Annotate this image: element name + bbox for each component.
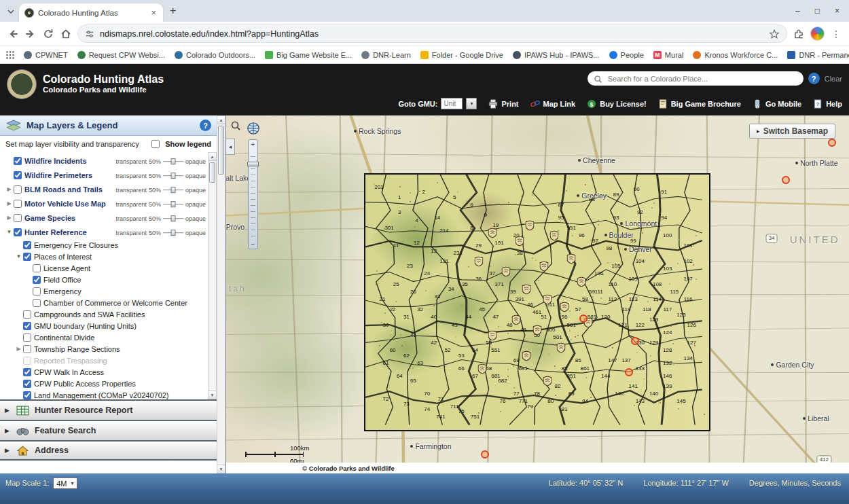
layer-checkbox[interactable] xyxy=(23,391,31,399)
expand-arrow-icon[interactable]: ▶ xyxy=(5,215,13,221)
profile-avatar[interactable] xyxy=(810,26,825,41)
map-search-icon[interactable] xyxy=(230,120,241,131)
slider-handle[interactable] xyxy=(170,173,175,179)
bookmark-star-icon[interactable] xyxy=(769,29,780,39)
layer-checkbox[interactable] xyxy=(23,322,31,330)
map-scale-select[interactable]: 4M ▾ xyxy=(53,478,77,489)
layer-checkbox[interactable] xyxy=(23,241,31,249)
bookmark-item[interactable]: Folder - Google Drive xyxy=(416,49,508,61)
minimize-icon[interactable]: – xyxy=(795,7,800,15)
header-button-print[interactable]: Print xyxy=(488,99,518,109)
scroll-up-icon[interactable]: ▲ xyxy=(209,153,216,161)
section-address[interactable]: ▶Address xyxy=(0,440,217,461)
url-text[interactable]: ndismaps.nrel.colostate.edu/index.html?a… xyxy=(100,29,763,39)
transparency-slider[interactable]: transparent50%opaque xyxy=(115,173,206,179)
slider-handle[interactable] xyxy=(170,215,175,221)
bookmark-item[interactable]: Request CPW Websi... xyxy=(73,49,170,61)
home-icon[interactable] xyxy=(60,28,72,40)
place-search-input[interactable] xyxy=(607,74,797,84)
bookmark-item[interactable]: Colorado Outdoors... xyxy=(170,49,260,61)
header-button-help[interactable]: ?Help xyxy=(813,99,842,109)
wildfire-incident-marker[interactable] xyxy=(828,139,836,147)
layer-tree-scrollbar[interactable]: ▲ ▼ xyxy=(208,152,217,399)
wildfire-incident-marker[interactable] xyxy=(481,450,489,458)
map-layers-header[interactable]: Map Layers & Legend ? xyxy=(0,115,217,136)
zoom-slider[interactable]: + − xyxy=(248,139,258,249)
show-legend-checkbox[interactable] xyxy=(151,140,160,148)
apps-grid-icon[interactable] xyxy=(5,50,15,60)
layer-checkbox[interactable] xyxy=(14,157,22,165)
slider-handle[interactable] xyxy=(170,201,175,207)
close-window-icon[interactable]: × xyxy=(835,7,839,15)
address-bar[interactable]: ndismaps.nrel.colostate.edu/index.html?a… xyxy=(77,24,787,43)
search-help-icon[interactable]: ? xyxy=(808,73,820,84)
header-button-go-mobile[interactable]: Go Mobile xyxy=(753,99,801,109)
wildfire-incident-marker[interactable] xyxy=(631,337,639,345)
layer-checkbox[interactable] xyxy=(23,334,31,342)
expand-arrow-icon[interactable]: ▶ xyxy=(15,346,22,352)
scroll-down-icon[interactable]: ▼ xyxy=(209,391,216,399)
back-icon[interactable] xyxy=(7,28,19,40)
expand-arrow-icon[interactable]: ▶ xyxy=(5,201,13,206)
header-button-map-link[interactable]: Map Link xyxy=(530,99,576,109)
wildfire-incident-marker[interactable] xyxy=(579,314,588,323)
bookmark-item[interactable]: CPWNET xyxy=(19,49,73,61)
sidebar-collapse-button[interactable]: ◂ xyxy=(226,139,235,155)
layer-checkbox[interactable] xyxy=(14,185,22,194)
browser-tab[interactable]: Colorado Hunting Atlas × xyxy=(19,3,163,22)
transparency-slider[interactable]: transparent50%opaque xyxy=(115,215,206,222)
wildfire-incident-marker[interactable] xyxy=(782,176,790,184)
forward-icon[interactable] xyxy=(24,28,37,40)
layer-checkbox[interactable] xyxy=(23,380,31,388)
slider-track[interactable] xyxy=(163,201,183,207)
slider-handle[interactable] xyxy=(170,187,175,193)
layer-checkbox[interactable] xyxy=(33,299,41,307)
transparency-slider[interactable]: transparent50%opaque xyxy=(115,201,206,208)
header-button-big-game-brochure[interactable]: Big Game Brochure xyxy=(658,99,741,109)
layer-checkbox[interactable] xyxy=(23,357,31,365)
zoom-in-icon[interactable]: + xyxy=(249,140,257,149)
collapse-arrow-icon[interactable]: ▼ xyxy=(5,230,13,235)
tab-list-chevron-icon[interactable] xyxy=(5,6,16,17)
extensions-puzzle-icon[interactable] xyxy=(793,28,805,40)
slider-handle[interactable] xyxy=(170,158,175,164)
site-settings-icon[interactable] xyxy=(85,29,94,39)
bookmark-item[interactable]: People xyxy=(604,49,649,61)
transparency-slider[interactable]: transparent50%opaque xyxy=(115,230,206,236)
slider-track[interactable] xyxy=(163,187,183,193)
scroll-thumb[interactable] xyxy=(209,162,215,183)
sidebar-scrollbar[interactable]: ▲ ▼ xyxy=(217,115,225,473)
layer-checkbox[interactable] xyxy=(23,310,31,319)
transparency-slider[interactable]: transparent50%opaque xyxy=(115,158,206,165)
collapse-arrow-icon[interactable]: ▼ xyxy=(15,254,22,259)
map-viewport[interactable]: 2011256988788899091343011421419959519293… xyxy=(226,115,849,473)
layer-checkbox[interactable] xyxy=(23,345,31,353)
slider-track[interactable] xyxy=(163,230,183,236)
browser-menu-icon[interactable]: ⋮ xyxy=(830,29,842,39)
layer-checkbox[interactable] xyxy=(14,228,22,236)
layers-help-icon[interactable]: ? xyxy=(200,120,211,131)
scroll-thumb[interactable] xyxy=(218,126,224,175)
section-feature-search[interactable]: ▶Feature Search xyxy=(0,420,217,440)
layer-checkbox[interactable] xyxy=(33,264,41,272)
refresh-icon[interactable] xyxy=(42,28,54,40)
header-button-buy-license[interactable]: $Buy License! xyxy=(587,99,646,109)
search-clear-button[interactable]: Clear xyxy=(825,75,842,83)
transparency-slider[interactable]: transparent50%opaque xyxy=(115,187,206,194)
tab-close-icon[interactable]: × xyxy=(149,7,158,18)
scroll-down-icon[interactable]: ▼ xyxy=(217,465,225,473)
globe-icon[interactable] xyxy=(247,122,260,135)
layer-checkbox[interactable] xyxy=(14,214,22,222)
maximize-icon[interactable]: □ xyxy=(815,7,820,15)
wildfire-incident-marker[interactable] xyxy=(625,368,633,376)
zoom-out-icon[interactable]: − xyxy=(249,240,257,249)
layer-checkbox[interactable] xyxy=(33,287,41,295)
bookmark-item[interactable]: MMural xyxy=(649,49,689,61)
layer-checkbox[interactable] xyxy=(14,171,22,179)
slider-track[interactable] xyxy=(163,215,183,221)
expand-arrow-icon[interactable]: ▶ xyxy=(5,187,13,192)
slider-handle[interactable] xyxy=(170,230,175,236)
zoom-handle[interactable] xyxy=(247,162,259,166)
bookmark-item[interactable]: DNR - Permanent E... xyxy=(782,49,849,61)
slider-track[interactable] xyxy=(163,173,183,179)
